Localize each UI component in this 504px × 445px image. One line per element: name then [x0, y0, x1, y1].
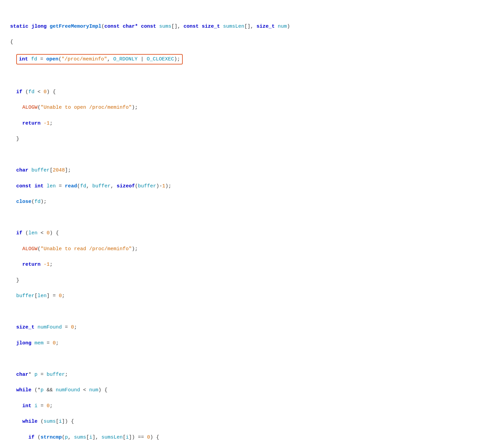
- code-line-3: int fd = open("/proc/meminfo", O_RDONLY …: [10, 54, 494, 64]
- code-line-blank-2: [10, 151, 494, 159]
- code-line-6: return -1;: [10, 120, 494, 127]
- code-line-1: static jlong getFreeMemoryImpl(const cha…: [10, 23, 494, 30]
- code-line-13: return -1;: [10, 261, 494, 268]
- code-line-22: if (strncmp(p, sums[i], sumsLen[i]) == 0…: [10, 434, 494, 441]
- code-line-4: if (fd < 0) {: [10, 88, 494, 96]
- code-line-blank-3: [10, 214, 494, 221]
- code-line-19: while (*p && numFound < num) {: [10, 386, 494, 394]
- code-line-12: ALOGW("Unable to read /proc/meminfo");: [10, 245, 494, 253]
- code-line-blank-1: [10, 72, 494, 80]
- code-line-14: }: [10, 277, 494, 284]
- code-line-9: const int len = read(fd, buffer, sizeof(…: [10, 182, 494, 190]
- code-line-20: int i = 0;: [10, 402, 494, 410]
- code-line-blank-5: [10, 355, 494, 363]
- code-line-21: while (sums[i]) {: [10, 418, 494, 425]
- code-line-blank-4: [10, 308, 494, 316]
- code-line-10: close(fd);: [10, 198, 494, 206]
- code-line-11: if (len < 0) {: [10, 229, 494, 237]
- code-line-5: ALOGW("Unable to open /proc/meminfo");: [10, 104, 494, 111]
- code-line-16: size_t numFound = 0;: [10, 323, 494, 331]
- code-line-7: }: [10, 135, 494, 143]
- code-line-15: buffer[len] = 0;: [10, 292, 494, 300]
- code-line-17: jlong mem = 0;: [10, 339, 494, 347]
- code-line-8: char buffer[2048];: [10, 166, 494, 174]
- highlight-box-1: int fd = open("/proc/meminfo", O_RDONLY …: [16, 54, 183, 64]
- code-line-18: char* p = buffer;: [10, 371, 494, 378]
- code-viewer: static jlong getFreeMemoryImpl(const cha…: [10, 7, 494, 445]
- code-line-2: {: [10, 38, 494, 46]
